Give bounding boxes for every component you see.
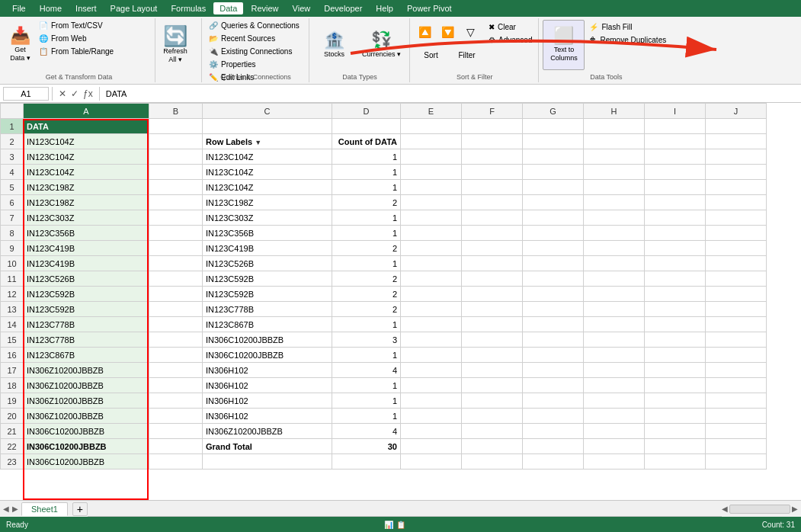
recent-icon: 📂 bbox=[209, 34, 218, 43]
menu-item-power-pivot[interactable]: Power Pivot bbox=[401, 2, 458, 14]
add-sheet-button[interactable]: + bbox=[72, 502, 88, 516]
confirm-formula-icon[interactable]: ✓ bbox=[71, 88, 78, 99]
menu-item-insert[interactable]: Insert bbox=[69, 2, 103, 14]
cell-i1[interactable] bbox=[645, 119, 706, 134]
stocks-icon: 🏦 bbox=[324, 32, 344, 49]
table-row: 10 IN123C419B IN123C526B 1 bbox=[1, 256, 767, 271]
col-header-a[interactable]: A bbox=[24, 104, 149, 119]
spreadsheet-grid: A B C D E F G H I J 1 bbox=[0, 103, 767, 470]
existing-connections-button[interactable]: 🔌 Existing Connections bbox=[206, 46, 303, 57]
text-columns-icon: ⬜ bbox=[553, 27, 574, 44]
col-header-c[interactable]: C bbox=[203, 104, 332, 119]
web-icon: 🌐 bbox=[39, 34, 48, 43]
flash-icon: ⚡ bbox=[589, 23, 598, 31]
cell-e1[interactable] bbox=[401, 119, 462, 134]
menu-item-formulas[interactable]: Formulas bbox=[165, 2, 212, 14]
properties-icon: ⚙️ bbox=[209, 60, 218, 69]
filter-button[interactable]: ▽ bbox=[460, 21, 481, 43]
table-row: 2 IN123C104Z Row Labels ▼ Count of DATA bbox=[1, 134, 767, 149]
text-to-columns-button[interactable]: ⬜ Text toColumns bbox=[543, 20, 585, 70]
sort-za-button[interactable]: 🔽 bbox=[437, 21, 458, 43]
cell-g1[interactable] bbox=[523, 119, 584, 134]
menu-item-page-layout[interactable]: Page Layout bbox=[104, 2, 164, 14]
filter-label-button[interactable]: Filter bbox=[450, 44, 484, 66]
table-row: 1 DATA bbox=[1, 119, 767, 134]
sort-az-button[interactable]: 🔼 bbox=[414, 21, 435, 43]
sheet-scroll-left[interactable]: ◀ bbox=[3, 505, 9, 513]
currencies-icon: 💱 bbox=[371, 32, 392, 49]
cancel-formula-icon[interactable]: ✕ bbox=[59, 88, 66, 99]
file-icon: 📄 bbox=[39, 21, 48, 30]
filter-icon: ▽ bbox=[466, 26, 475, 38]
table-row: 5 IN123C198Z IN123C104Z 1 bbox=[1, 180, 767, 195]
table-row: 21 IN306C10200JBBZB IN306Z10200JBBZB 4 bbox=[1, 424, 767, 439]
sheet-scroll-right[interactable]: ▶ bbox=[12, 505, 18, 513]
bottom-bar: ◀ ▶ Sheet1 + ◀ ▶ Ready 📊 📋 Count: 31 bbox=[0, 500, 801, 532]
advanced-button[interactable]: ⚙ Advanced bbox=[485, 34, 535, 46]
col-header-g[interactable]: G bbox=[523, 104, 584, 119]
get-data-icon: 📥 bbox=[10, 27, 30, 44]
cell-c1[interactable] bbox=[203, 119, 332, 134]
insert-function-icon[interactable]: ƒx bbox=[83, 88, 93, 99]
col-header-j[interactable]: J bbox=[706, 104, 767, 119]
advanced-icon: ⚙ bbox=[489, 36, 495, 44]
from-table-button[interactable]: 📋 From Table/Range bbox=[36, 46, 117, 57]
recent-sources-button[interactable]: 📂 Recent Sources bbox=[206, 33, 303, 44]
from-web-button[interactable]: 🌐 From Web bbox=[36, 33, 117, 44]
cell-a2[interactable]: IN123C104Z bbox=[24, 134, 149, 149]
get-data-button[interactable]: 📥 GetData ▾ bbox=[6, 20, 34, 70]
formula-divider bbox=[52, 87, 53, 101]
sort-az-icon: 🔼 bbox=[418, 26, 431, 38]
col-header-e[interactable]: E bbox=[401, 104, 462, 119]
sort-za-icon: 🔽 bbox=[441, 26, 454, 38]
clear-button[interactable]: ✖ Clear bbox=[485, 21, 535, 33]
cell-reference[interactable] bbox=[3, 87, 49, 101]
ribbon-group-data-types: 🏦 Stocks 💱 Currencies ▾ Data Types bbox=[310, 18, 410, 82]
menu-item-review[interactable]: Review bbox=[245, 2, 284, 14]
table-row: 3 IN123C104Z IN123C104Z 1 bbox=[1, 149, 767, 165]
row-num-1: 1 bbox=[1, 119, 24, 134]
table-row: 18 IN306Z10200JBBZB IN306H102 1 bbox=[1, 378, 767, 393]
menu-item-home[interactable]: Home bbox=[34, 2, 68, 14]
formula-divider-2 bbox=[99, 87, 100, 101]
horizontal-scrollbar[interactable]: ◀ ▶ bbox=[722, 505, 798, 514]
from-text-csv-button[interactable]: 📄 From Text/CSV bbox=[36, 20, 117, 31]
menu-item-data[interactable]: Data bbox=[213, 2, 243, 14]
table-row: 13 IN123C592B IN123C778B 2 bbox=[1, 302, 767, 317]
ribbon-group-refresh: 🔄 RefreshAll ▾ bbox=[156, 18, 202, 82]
get-transform-label: Get & Transform Data bbox=[3, 73, 155, 81]
col-header-f[interactable]: F bbox=[462, 104, 523, 119]
cell-j1[interactable] bbox=[706, 119, 767, 134]
menu-item-developer[interactable]: Developer bbox=[318, 2, 368, 14]
cell-h1[interactable] bbox=[584, 119, 645, 134]
ribbon-group-sort-filter: 🔼 🔽 ▽ Sort bbox=[411, 18, 539, 82]
flash-fill-button[interactable]: ⚡ Flash Fill bbox=[586, 21, 669, 33]
queries-connections-button[interactable]: 🔗 Queries & Connections bbox=[206, 20, 303, 31]
menu-item-help[interactable]: Help bbox=[370, 2, 399, 14]
properties-button[interactable]: ⚙️ Properties bbox=[206, 59, 303, 70]
col-header-h[interactable]: H bbox=[584, 104, 645, 119]
status-count: Count: 31 bbox=[762, 521, 795, 529]
menu-item-file[interactable]: File bbox=[6, 2, 32, 14]
stocks-button[interactable]: 🏦 Stocks bbox=[313, 20, 355, 70]
menu-item-view[interactable]: View bbox=[287, 2, 317, 14]
table-row: 12 IN123C592B IN123C592B 2 bbox=[1, 287, 767, 302]
sort-filter-label: Sort & Filter bbox=[411, 73, 538, 81]
grid-wrapper[interactable]: A B C D E F G H I J 1 bbox=[0, 103, 801, 500]
cell-f1[interactable] bbox=[462, 119, 523, 134]
sort-button[interactable]: Sort bbox=[414, 44, 448, 66]
data-types-label: Data Types bbox=[310, 73, 409, 81]
currencies-button[interactable]: 💱 Currencies ▾ bbox=[357, 20, 406, 70]
ribbon: 📥 GetData ▾ 📄 From Text/CSV 🌐 From Web bbox=[0, 17, 801, 85]
refresh-button[interactable]: 🔄 RefreshAll ▾ bbox=[159, 20, 191, 70]
sheet-tab-sheet1[interactable]: Sheet1 bbox=[21, 502, 68, 516]
table-row: 19 IN306Z10200JBBZB IN306H102 1 bbox=[1, 393, 767, 409]
col-header-i[interactable]: I bbox=[645, 104, 706, 119]
cell-d1[interactable] bbox=[332, 119, 401, 134]
col-header-b[interactable]: B bbox=[149, 104, 203, 119]
cell-a1[interactable]: DATA bbox=[24, 119, 149, 134]
col-header-d[interactable]: D bbox=[332, 104, 401, 119]
ribbon-group-data-tools: ⬜ Text toColumns ⚡ Flash Fill 🗑 Remove D… bbox=[540, 18, 672, 82]
remove-dupes-button[interactable]: 🗑 Remove Duplicates bbox=[586, 34, 669, 46]
cell-b1[interactable] bbox=[149, 119, 203, 134]
